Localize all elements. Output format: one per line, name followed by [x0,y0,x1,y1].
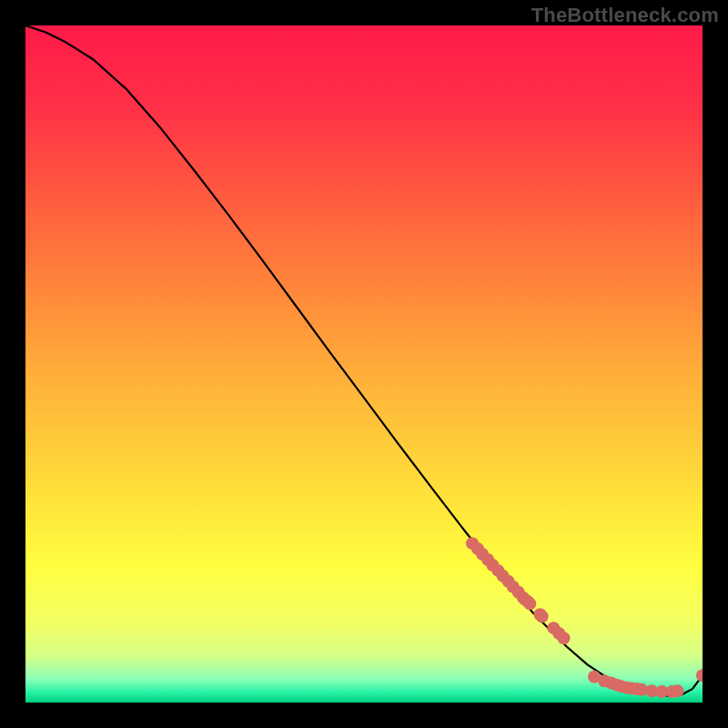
watermark-text: TheBottleneck.com [531,4,719,27]
data-point [557,632,570,644]
chart-svg [25,25,703,703]
chart-stage: TheBottleneck.com [0,0,728,728]
plot-area [25,25,703,703]
gradient-background [25,25,703,703]
data-point [523,597,536,610]
data-point [671,684,683,697]
data-point [536,611,549,623]
